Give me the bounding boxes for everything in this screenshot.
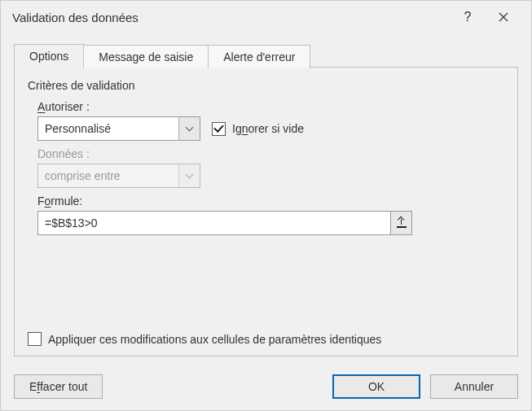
- close-button[interactable]: [486, 1, 521, 33]
- formula-field: Formule: =$B$13>0: [37, 195, 504, 235]
- data-select-value: comprise entre: [38, 169, 178, 182]
- apply-box[interactable]: [28, 332, 42, 346]
- data-select-dropdown: [178, 164, 200, 187]
- close-icon: [499, 12, 508, 22]
- titlebar: Validation des données ?: [1, 1, 531, 33]
- allow-select-dropdown[interactable]: [178, 117, 200, 140]
- formula-input-group: =$B$13>0: [37, 211, 412, 235]
- formula-input[interactable]: =$B$13>0: [37, 211, 391, 235]
- criteria-heading: Critères de validation: [28, 79, 504, 92]
- chevron-down-icon: [186, 124, 194, 132]
- tab-error-alert[interactable]: Alerte d'erreur: [209, 45, 310, 68]
- allow-select[interactable]: Personnalisé: [37, 116, 200, 141]
- allow-field: Autoriser : Personnalisé Ignorer si vide: [37, 100, 504, 141]
- apply-to-same-settings-checkbox[interactable]: Appliquer ces modifications aux cellules…: [28, 324, 504, 346]
- dialog-body: Options Message de saisie Alerte d'erreu…: [1, 33, 531, 366]
- formula-range-picker-button[interactable]: [391, 211, 412, 235]
- help-button[interactable]: ?: [450, 1, 486, 33]
- data-validation-dialog: Validation des données ? Options Message…: [0, 0, 532, 411]
- tab-input-message[interactable]: Message de saisie: [84, 45, 209, 68]
- formula-label: Formule:: [37, 195, 504, 208]
- ignore-blank-checkbox[interactable]: Ignorer si vide: [212, 122, 304, 136]
- allow-label: Autoriser :: [37, 100, 504, 113]
- ignore-blank-box[interactable]: [212, 122, 226, 136]
- data-select: comprise entre: [37, 164, 200, 188]
- clear-all-button[interactable]: Effacer tout: [14, 374, 103, 399]
- chevron-down-icon: [186, 171, 194, 179]
- dialog-title: Validation des données: [12, 11, 450, 24]
- data-label: Données :: [37, 147, 504, 160]
- data-field: Données : comprise entre: [37, 147, 504, 188]
- tab-strip: Options Message de saisie Alerte d'erreu…: [14, 40, 518, 68]
- ok-button[interactable]: OK: [332, 374, 420, 399]
- cancel-button[interactable]: Annuler: [430, 374, 518, 399]
- ignore-blank-label: Ignorer si vide: [232, 122, 304, 135]
- range-picker-icon: [397, 218, 407, 228]
- options-panel: Critères de validation Autoriser : Perso…: [14, 68, 518, 356]
- dialog-buttons: Effacer tout OK Annuler: [1, 366, 531, 410]
- tab-options[interactable]: Options: [14, 44, 84, 68]
- allow-select-value: Personnalisé: [38, 122, 178, 135]
- apply-label: Appliquer ces modifications aux cellules…: [48, 333, 381, 346]
